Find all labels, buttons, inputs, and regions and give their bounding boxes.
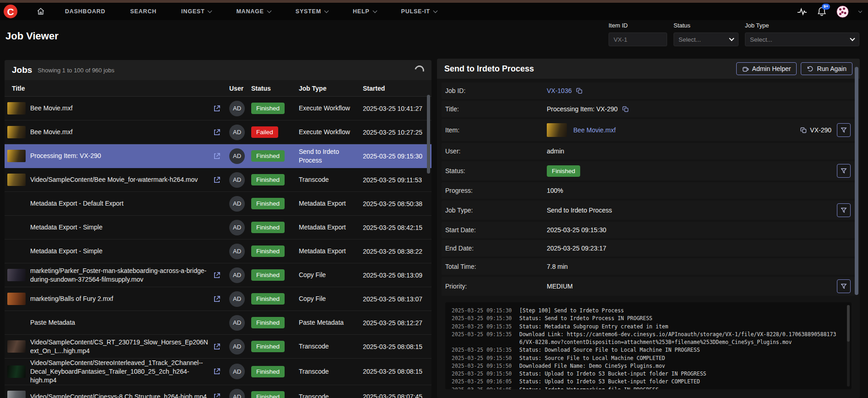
job-id-link[interactable]: VX-1036 [547,87,571,94]
status-label: Status [674,22,739,29]
home-icon [37,7,45,16]
open-item-icon[interactable] [213,343,229,351]
job-row[interactable]: Metadata Export - Simple AD Finished Met… [5,240,431,263]
detail-scrollbar-thumb[interactable] [855,67,858,295]
status-badge: Finished [547,165,580,177]
home-button[interactable] [37,7,45,16]
job-row[interactable]: Paste Metadata AD Finished Paste Metadat… [5,311,431,335]
status-badge: Finished [251,222,285,233]
open-item-icon[interactable] [213,152,229,160]
nav-item-ingest[interactable]: INGEST [181,8,211,15]
job-title: marketing/Balls of Fury 2.mxf [30,294,213,303]
jobs-panel-header: Jobs Showing 1 to 100 of 960 jobs [5,60,431,80]
nav-item-pulse-it[interactable]: PULSE-IT [401,8,437,15]
job-title: Bee Movie.mxf [30,104,213,113]
funnel-icon [841,127,847,133]
job-row[interactable]: Video/SampleContent/StereoInterleaved_1T… [5,359,431,385]
status-select[interactable]: Select... [674,33,739,46]
jobs-scrollbar-thumb[interactable] [427,95,430,174]
filter-by-job-type-button[interactable] [837,203,851,217]
job-row[interactable]: Video/SampleContent/CS_RT_230719_Slow_Ho… [5,335,431,359]
nav-item-manage[interactable]: MANAGE [236,8,270,15]
job-title-value: Processing Item: VX-290 [547,105,618,113]
job-title: Video/SampleContent/Bee Movie_for-waterm… [30,175,213,184]
nav-item-system[interactable]: SYSTEM [296,8,328,15]
user-avatar-menu[interactable] [836,5,849,18]
open-item-icon[interactable] [213,176,229,184]
admin-helper-button[interactable]: Admin Helper [736,62,797,75]
item-link[interactable]: Bee Movie.mxf [573,126,616,134]
filter-item-id: Item ID [609,22,667,46]
top-navigation-bar: C DASHBOARD SEARCH INGEST MANAGE SYSTEM … [0,3,868,20]
run-again-button[interactable]: Run Again [801,62,852,75]
field-end-date: End Date: 2025-03-25 09:23:17 [442,240,855,256]
job-row[interactable]: Bee Movie.mxf AD Failed Execute Workflow… [5,120,431,144]
item-id-ref[interactable]: VX-290 [800,126,831,134]
open-item-icon[interactable] [213,295,229,303]
status-badge: Finished [251,174,285,185]
job-type-select[interactable]: Select... [745,33,859,46]
job-thumbnail [7,340,26,353]
job-row[interactable]: marketing/Parker_Foster-man-skateboardin… [5,263,431,287]
nav-item-help[interactable]: HELP [353,8,377,15]
job-row[interactable]: Video/SampleContent/Bee Movie_for-waterm… [5,168,431,192]
open-item-icon[interactable] [213,271,229,279]
field-start-date: Start Date: 2025-03-25 09:15:30 [442,222,855,238]
job-title: Video/SampleContent/CS_RT_230719_Slow_Ho… [30,338,213,355]
field-total-time: Total Time: 7.8 min [442,258,855,275]
nav-item-search[interactable]: SEARCH [130,8,156,15]
job-row[interactable]: Processing Item: VX-290 AD Finished Send… [5,144,431,168]
copy-icon[interactable] [576,87,583,94]
log-line: 2025-03-25 09:15:35Status: Download Sour… [452,346,842,354]
chevron-down-icon [208,8,212,13]
field-job-type: Job Type: Send to Irdeto Process [442,201,855,220]
user-avatar: AD [229,389,245,398]
filter-job-type: Job Type Select... [745,22,859,46]
log-line: 2025-03-25 09:15:50Downloaded File Name:… [452,362,842,370]
filter-by-status-button[interactable] [837,164,851,178]
job-viewer-app: C DASHBOARD SEARCH INGEST MANAGE SYSTEM … [0,0,868,398]
copy-icon[interactable] [622,106,629,113]
job-type-cell: Copy File [299,294,363,303]
started-cell: 2025-03-25 08:08:15 [363,368,431,375]
item-thumbnail[interactable] [547,123,567,137]
job-type-cell: Copy File [299,271,363,279]
job-log-console[interactable]: 2025-03-25 09:15:30[Step 100] Send to Ir… [445,302,852,389]
open-item-icon[interactable] [213,393,229,398]
started-cell: 2025-03-25 08:07:45 [363,393,431,398]
copy-icon[interactable] [800,127,807,134]
job-type-cell: Metadata Export [299,223,363,231]
cantemo-logo[interactable]: C [4,5,17,18]
job-row[interactable]: Metadata Export - Simple AD Finished Met… [5,216,431,240]
filter-by-item-button[interactable] [837,123,851,137]
log-scrollbar-thumb[interactable] [847,305,850,342]
job-row[interactable]: Bee Movie.mxf AD Finished Execute Workfl… [5,97,431,120]
job-title: Metadata Export - Simple [30,247,213,256]
field-status: Status: Finished [442,161,855,180]
activity-pulse-icon[interactable] [797,7,807,16]
job-thumbnail [7,391,26,398]
job-row[interactable]: marketing/Balls of Fury 2.mxf AD Finishe… [5,287,431,311]
chevron-down-icon [433,8,437,13]
filter-by-priority-button[interactable] [837,279,851,293]
job-row[interactable]: Video/SampleContent/Cinesys-8 Ch Structu… [5,385,431,398]
job-type-cell: Send to Irdeto Process [299,147,363,164]
job-type-cell: Metadata Export [299,199,363,207]
item-id-input[interactable] [609,33,667,46]
job-title: Video/SampleContent/StereoInterleaved_1T… [30,359,213,385]
job-type-cell: Transcode [299,342,363,350]
notifications-button[interactable]: 9+ [817,6,826,16]
notification-count-badge: 9+ [822,4,830,10]
user-avatar: AD [229,220,245,235]
status-badge: Finished [251,391,285,398]
nav-item-dashboard[interactable]: DASHBOARD [65,8,105,15]
open-item-icon[interactable] [213,104,229,113]
open-item-icon[interactable] [213,367,229,376]
open-item-icon[interactable] [213,128,229,136]
started-cell: 2025-03-25 08:08:15 [363,343,431,350]
started-cell: 2025-03-25 09:15:30 [363,153,431,160]
started-cell: 2025-03-25 08:13:09 [363,272,431,279]
field-job-id: Job ID: VX-1036 [442,82,855,99]
job-row[interactable]: Metadata Export - Default Export AD Fini… [5,192,431,216]
chevron-down-icon [267,8,271,13]
